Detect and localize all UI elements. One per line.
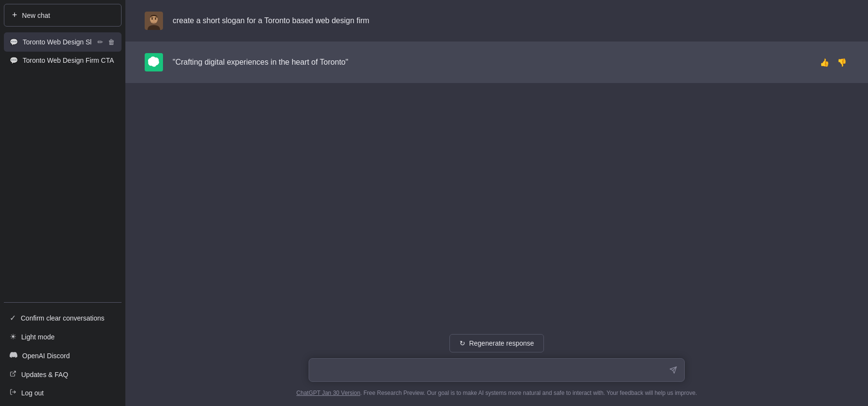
external-link-icon [10,370,16,379]
chat-icon-2: 💬 [10,56,18,64]
discord-label: OpenAI Discord [22,352,70,360]
check-icon: ✓ [10,313,16,322]
user-message-row: create a short slogan for a Toronto base… [125,0,868,42]
discord-icon [10,351,17,361]
chat-item-1[interactable]: 💬 Toronto Web Design Sl ✏ 🗑 [4,32,122,52]
assistant-message-row: "Crafting digital experiences in the hea… [125,42,868,83]
regenerate-button[interactable]: ↻ Regenerate response [449,334,544,352]
chat-list: 💬 Toronto Web Design Sl ✏ 🗑 💬 Toronto We… [0,30,125,300]
edit-chat-button[interactable]: ✏ [96,37,104,47]
new-chat-label: New chat [22,12,50,19]
user-avatar [145,12,163,30]
light-mode-label: Light mode [21,333,54,341]
sidebar-top: + New chat [0,0,125,30]
svg-line-0 [13,371,15,374]
regenerate-label: Regenerate response [469,339,534,347]
chat-item-2[interactable]: 💬 Toronto Web Design Firm CTA [4,52,122,69]
delete-chat-button[interactable]: 🗑 [107,37,116,47]
main-area: create a short slogan for a Toronto base… [125,0,868,406]
logout-icon [10,389,16,397]
confirm-clear-item[interactable]: ✓ Confirm clear conversations [4,308,122,327]
footer-description: . Free Research Preview. Our goal is to … [360,390,697,396]
sidebar: + New chat 💬 Toronto Web Design Sl ✏ 🗑 💬… [0,0,125,406]
updates-faq-item[interactable]: Updates & FAQ [4,365,122,384]
messages-container: create a short slogan for a Toronto base… [125,0,868,326]
light-mode-item[interactable]: ☀ Light mode [4,327,122,346]
svg-point-4 [151,18,153,20]
user-message-content: create a short slogan for a Toronto base… [173,12,849,27]
new-chat-button[interactable]: + New chat [4,4,122,27]
chat-icon-1: 💬 [10,38,18,46]
chat-input[interactable] [309,358,685,382]
chat-label-2: Toronto Web Design Firm CTA [23,56,116,64]
sun-icon: ☀ [10,332,16,341]
footer-link[interactable]: ChatGPT Jan 30 Version [297,390,361,396]
bot-avatar [145,53,163,71]
thumbs-down-button[interactable]: 👎 [835,57,849,68]
confirm-clear-label: Confirm clear conversations [21,314,105,322]
input-wrapper [309,358,685,384]
updates-faq-label: Updates & FAQ [21,371,68,378]
input-area: ↻ Regenerate response ChatGPT Jan 30 Ver… [125,326,868,406]
logout-label: Log out [21,389,44,397]
discord-item[interactable]: OpenAI Discord [4,346,122,365]
sidebar-bottom: ✓ Confirm clear conversations ☀ Light mo… [0,305,125,406]
footer-text: ChatGPT Jan 30 Version. Free Research Pr… [297,390,697,402]
chat-label-1: Toronto Web Design Sl [23,38,92,46]
logout-item[interactable]: Log out [4,384,122,402]
assistant-message-content: "Crafting digital experiences in the hea… [173,53,808,69]
regenerate-icon: ↻ [460,339,465,347]
chat-item-1-actions: ✏ 🗑 [96,37,116,47]
svg-point-5 [155,18,156,20]
plus-icon: + [12,10,17,20]
message-actions: 👍 👎 [818,53,849,68]
thumbs-up-button[interactable]: 👍 [818,57,831,68]
send-button[interactable] [667,364,679,378]
sidebar-divider [4,302,122,303]
